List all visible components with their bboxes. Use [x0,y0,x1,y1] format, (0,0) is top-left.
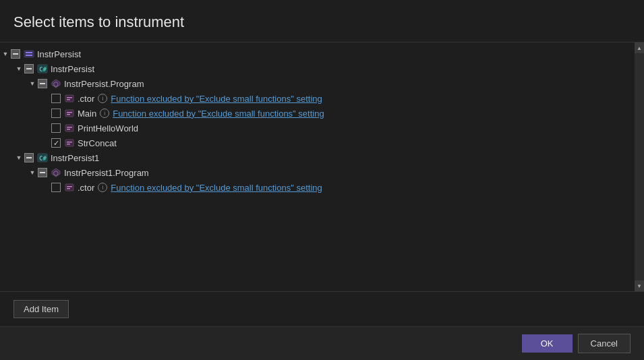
assembly-icon [23,49,35,59]
method-icon [63,138,76,148]
node-label: PrintHelloWorld [78,123,138,133]
svg-rect-12 [67,114,70,115]
svg-rect-23 [65,184,74,191]
svg-rect-16 [65,140,74,146]
svg-rect-17 [67,142,72,143]
node-label: InstrPersist [51,64,94,74]
info-icon[interactable]: i [98,183,107,192]
excluded-link[interactable]: Function excluded by "Exclude small func… [113,109,324,119]
tree-checkbox[interactable] [51,183,61,192]
tree-row[interactable]: .ctoriFunction excluded by "Exclude smal… [0,180,644,195]
svg-rect-24 [67,186,72,187]
svg-rect-2 [26,55,32,56]
node-label: .ctor [78,183,94,193]
excluded-link[interactable]: Function excluded by "Exclude small func… [111,94,322,104]
svg-rect-10 [65,110,74,117]
namespace-icon: C# [36,63,49,74]
svg-rect-1 [26,52,32,53]
node-label: .ctor [78,94,94,104]
tree-row[interactable]: InstrPersist [0,47,644,61]
tree-expander[interactable] [27,167,38,178]
svg-rect-8 [67,97,72,98]
tree-row[interactable]: C# InstrPersist1 [0,150,644,165]
node-label: Main [78,109,96,119]
namespace-icon: C# [36,152,49,163]
method-icon [63,93,76,104]
tree-expander[interactable] [27,78,38,89]
svg-text:⬡: ⬡ [53,81,59,88]
method-icon [63,108,76,119]
tree-row[interactable]: StrConcat [0,136,644,150]
class-icon: ⬡ [50,167,62,178]
svg-rect-13 [65,125,74,131]
tree-area: InstrPersist C# InstrPersist ⬡ InstrPers… [0,42,644,292]
tree-checkbox[interactable] [51,138,61,148]
method-icon [63,123,76,133]
svg-rect-15 [67,129,70,130]
svg-rect-25 [67,188,70,189]
tree-row[interactable]: ⬡ InstrPersist.Program [0,76,644,91]
bottom-bar: Add Item [0,292,644,326]
dialog: Select items to instrument InstrPersist … [0,0,644,360]
svg-text:C#: C# [39,155,47,162]
tree-expander[interactable] [13,152,24,163]
tree-checkbox[interactable] [51,123,61,133]
node-label: InstrPersist [37,49,81,59]
scrollbar: ▲ ▼ [635,42,644,291]
dialog-title: Select items to instrument [0,13,644,42]
tree-expander[interactable] [13,63,24,74]
tree-row[interactable]: ⬡ InstrPersist1.Program [0,165,644,180]
excluded-link[interactable]: Function excluded by "Exclude small func… [111,183,322,193]
ok-button[interactable]: OK [522,334,573,353]
node-label: StrConcat [78,138,117,148]
svg-rect-18 [67,144,70,145]
tree-checkbox[interactable] [51,109,61,118]
tree-checkbox[interactable] [24,64,34,73]
svg-text:⬡: ⬡ [53,170,59,177]
tree-checkbox[interactable] [51,94,61,103]
node-label: InstrPersist1.Program [64,168,149,178]
tree-checkbox[interactable] [24,153,34,162]
tree-row[interactable]: .ctoriFunction excluded by "Exclude smal… [0,91,644,106]
tree-checkbox[interactable] [38,168,47,177]
cancel-button[interactable]: Cancel [578,334,631,353]
footer: OK Cancel [0,326,644,360]
svg-rect-14 [67,127,72,128]
info-icon[interactable]: i [100,109,109,118]
node-label: InstrPersist.Program [64,79,144,89]
tree-row[interactable]: MainiFunction excluded by "Exclude small… [0,106,644,121]
tree-row[interactable]: PrintHelloWorld [0,121,644,136]
tree-expander[interactable] [0,49,11,59]
tree-scroll[interactable]: InstrPersist C# InstrPersist ⬡ InstrPers… [0,42,644,291]
svg-rect-11 [67,112,72,113]
scroll-up-arrow[interactable]: ▲ [635,42,644,53]
method-icon [63,182,76,193]
node-label: InstrPersist1 [51,153,99,163]
svg-text:C#: C# [39,66,47,73]
tree-row[interactable]: C# InstrPersist [0,61,644,76]
svg-rect-9 [67,99,70,100]
svg-rect-0 [24,51,34,57]
tree-checkbox[interactable] [38,79,47,88]
class-icon: ⬡ [50,78,62,89]
tree-checkbox[interactable] [11,49,20,59]
info-icon[interactable]: i [98,94,107,103]
svg-rect-7 [65,95,74,102]
add-item-button[interactable]: Add Item [13,300,69,318]
scroll-down-arrow[interactable]: ▼ [635,280,644,291]
